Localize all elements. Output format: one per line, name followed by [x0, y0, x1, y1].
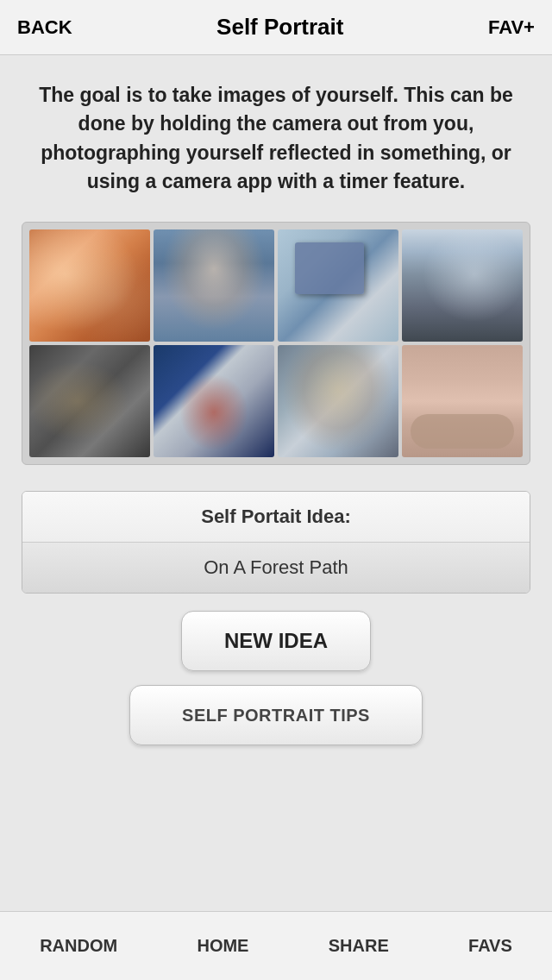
photo-6[interactable]	[154, 345, 274, 457]
main-content: The goal is to take images of yourself. …	[0, 55, 552, 911]
page-title: Self Portrait	[216, 14, 343, 41]
tab-random[interactable]: RANDOM	[26, 927, 131, 964]
photo-1[interactable]	[29, 229, 150, 342]
idea-label: Self Portait Idea:	[22, 492, 530, 543]
photo-4[interactable]	[402, 229, 523, 342]
description-text: The goal is to take images of yourself. …	[21, 81, 531, 196]
fav-button[interactable]: FAV+	[488, 16, 535, 39]
tab-share[interactable]: SHARE	[315, 927, 403, 964]
photo-grid-container	[22, 222, 530, 465]
photo-5[interactable]	[29, 345, 150, 457]
tips-button[interactable]: SELF PORTRAIT TIPS	[129, 685, 423, 745]
tab-bar: RANDOM HOME SHARE FAVS	[0, 911, 552, 980]
back-button[interactable]: BACK	[17, 16, 72, 39]
photo-2[interactable]	[154, 229, 274, 342]
idea-value: On A Forest Path	[22, 543, 530, 593]
tab-home[interactable]: HOME	[183, 927, 262, 964]
idea-box: Self Portait Idea: On A Forest Path	[22, 491, 530, 594]
new-idea-button[interactable]: NEW IDEA	[181, 611, 371, 671]
nav-bar: BACK Self Portrait FAV+	[0, 0, 552, 55]
photo-8[interactable]	[402, 345, 523, 457]
photo-grid	[29, 229, 523, 457]
photo-7[interactable]	[278, 345, 398, 457]
tab-favs[interactable]: FAVS	[455, 927, 526, 964]
photo-3[interactable]	[278, 229, 398, 342]
